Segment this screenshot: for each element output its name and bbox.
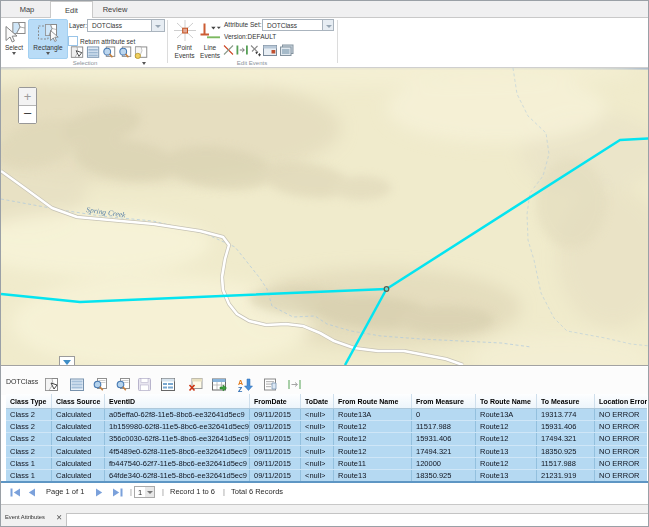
svg-text:A: A [238,379,243,386]
svg-text:Z: Z [238,386,243,393]
